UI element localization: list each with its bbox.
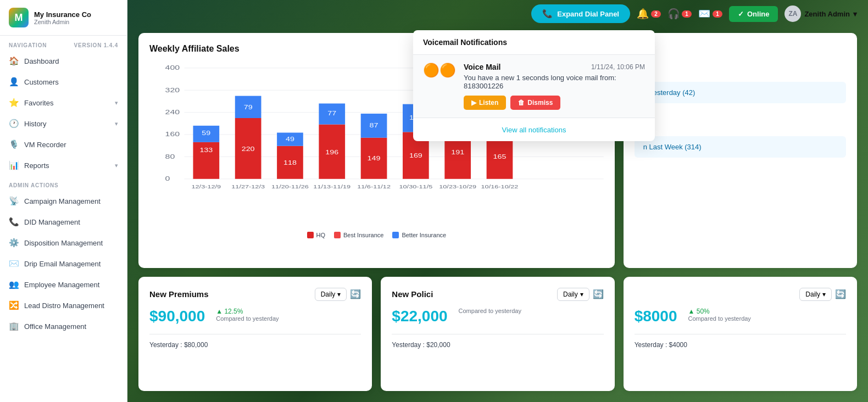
voicemail-button[interactable]: 🎧 1 — [667, 8, 692, 20]
sidebar-item-history[interactable]: 🕐 History ▾ — [0, 113, 127, 134]
notif-timestamp: 1/11/24, 10:06 PM — [591, 63, 645, 71]
policies-value: $22,000 — [392, 308, 447, 325]
sidebar-item-label: Drip Email Management — [24, 260, 118, 268]
main-content: 📞 Expand Dial Panel 🔔 2 🎧 1 ✉️ 1 ✓ Onlin… — [127, 0, 868, 402]
third-metric-card: Daily ▾ 🔄 $8000 ▲ 50% Compared to yester… — [624, 277, 857, 392]
third-yesterday: Yesterday : $4000 — [635, 334, 846, 349]
avatar: ZA — [784, 5, 801, 22]
svg-text:87: 87 — [370, 122, 379, 129]
messages-badge: 1 — [713, 10, 722, 18]
sidebar-item-customers[interactable]: 👤 Customers — [0, 71, 127, 92]
online-status-button[interactable]: ✓ Online — [729, 6, 778, 22]
drip-email-icon: ✉️ — [9, 259, 19, 269]
sidebar-item-employee-management[interactable]: 👥 Employee Management — [0, 274, 127, 295]
sidebar-item-label: Dashboard — [24, 57, 118, 65]
premiums-value: $90,000 — [149, 308, 205, 325]
messages-button[interactable]: ✉️ 1 — [698, 8, 722, 20]
sidebar-item-drip-email-management[interactable]: ✉️ Drip Email Management — [0, 253, 127, 274]
svg-text:133: 133 — [199, 147, 213, 154]
send-icon: ✉️ — [698, 8, 710, 20]
premiums-yesterday: Yesterday : $80,000 — [149, 334, 361, 349]
listen-button[interactable]: ▶ Listen — [464, 96, 506, 110]
sidebar-item-dashboard[interactable]: 🏠 Dashboard — [0, 51, 127, 71]
company-name: My Insurance Co — [34, 10, 91, 19]
sidebar-item-label: Favorites — [24, 99, 109, 107]
third-compare: Compared to yesterday — [688, 315, 751, 322]
sidebar-item-vm-recorder[interactable]: 🎙️ VM Recorder — [0, 134, 127, 155]
new-premiums-header: New Premiums Daily ▾ 🔄 — [149, 288, 361, 301]
third-metric-row: $8000 ▲ 50% Compared to yesterday — [635, 308, 846, 327]
campaign-icon: 📡 — [9, 196, 19, 206]
svg-text:12/3-12/9: 12/3-12/9 — [191, 184, 221, 189]
svg-text:320: 320 — [165, 86, 180, 93]
admin-role: Zenith Admin — [34, 19, 91, 25]
sidebar-item-lead-distro-management[interactable]: 🔀 Lead Distro Management — [0, 295, 127, 316]
svg-text:165: 165 — [493, 154, 507, 160]
svg-text:118: 118 — [283, 160, 297, 166]
voicemail-notification-overlay: Voicemail Notifications 🟠🟠 Voice Mail 1/… — [413, 30, 655, 141]
expand-dial-button[interactable]: 📞 Expand Dial Panel — [531, 4, 630, 23]
notifications-button[interactable]: 🔔 2 — [637, 8, 661, 20]
sidebar-item-reports[interactable]: 📊 Reports ▾ — [0, 155, 127, 176]
best-dot — [334, 232, 341, 238]
premiums-change: ▲ 12.5% — [216, 308, 279, 315]
svg-text:10/23-10/29: 10/23-10/29 — [439, 184, 476, 189]
svg-text:11/20-11/26: 11/20-11/26 — [271, 184, 309, 189]
vm-recorder-icon: 🎙️ — [9, 139, 19, 149]
notification-body: Voice Mail 1/11/24, 10:06 PM You have a … — [464, 63, 645, 110]
sidebar-item-label: Reports — [24, 161, 109, 170]
office-icon: 🏢 — [9, 321, 19, 331]
nav-section-label: NAVIGATION VERSION 1.4.4 — [0, 36, 127, 51]
policies-daily-select[interactable]: Daily ▾ — [557, 288, 589, 301]
chevron-down-icon: ▾ — [115, 162, 118, 169]
did-icon: 📞 — [9, 217, 19, 227]
chart-legend: HQ Best Insurance Better Insurance — [149, 232, 604, 238]
notifications-badge: 2 — [651, 10, 661, 18]
sidebar-item-favorites[interactable]: ⭐ Favorites ▾ — [0, 92, 127, 113]
policies-compare: Compared to yesterday — [459, 308, 521, 314]
logo-text: My Insurance Co Zenith Admin — [34, 10, 91, 25]
svg-text:80: 80 — [165, 153, 175, 160]
trash-icon: 🗑 — [518, 99, 525, 107]
sidebar-item-label: Office Management — [24, 322, 118, 331]
lead-distro-icon: 🔀 — [9, 300, 19, 310]
premiums-refresh-icon[interactable]: 🔄 — [350, 289, 361, 299]
dismiss-button[interactable]: 🗑 Dismiss — [510, 96, 560, 110]
user-menu-button[interactable]: ZA Zenith Admin ▾ — [784, 5, 857, 22]
reports-icon: 📊 — [9, 160, 19, 170]
svg-text:11/13-11/19: 11/13-11/19 — [313, 184, 350, 189]
sidebar-item-campaign-management[interactable]: 📡 Campaign Management — [0, 191, 127, 211]
svg-text:0: 0 — [165, 175, 170, 182]
stats-card: 🔄 n Yesterday (42) n Last Week (314) — [624, 33, 857, 268]
svg-text:11/6-11/12: 11/6-11/12 — [357, 184, 391, 189]
svg-text:10/30-11/5: 10/30-11/5 — [399, 184, 432, 189]
svg-text:49: 49 — [286, 136, 294, 142]
voicemail-notif-icon: 🟠🟠 — [423, 63, 456, 78]
notif-message: You have a new 1 seconds long voice mail… — [464, 74, 645, 90]
third-refresh-icon[interactable]: 🔄 — [835, 289, 846, 299]
third-daily-select[interactable]: Daily ▾ — [799, 288, 832, 301]
view-all-notifications-link[interactable]: View all notifications — [502, 126, 566, 134]
notif-title: Voice Mail — [464, 63, 500, 71]
refresh-icon[interactable]: 🔄 — [635, 44, 846, 54]
premiums-daily-select[interactable]: Daily ▾ — [315, 288, 347, 301]
svg-text:77: 77 — [327, 110, 336, 117]
sidebar: M My Insurance Co Zenith Admin NAVIGATIO… — [0, 0, 127, 402]
history-icon: 🕐 — [9, 119, 19, 129]
svg-text:10/16-10/22: 10/16-10/22 — [481, 184, 519, 189]
svg-text:191: 191 — [451, 149, 464, 156]
logo-icon: M — [9, 8, 29, 27]
check-icon: ✓ — [738, 10, 744, 18]
policies-metric-row: $22,000 Compared to yesterday — [392, 308, 603, 327]
dashboard-icon: 🏠 — [9, 56, 19, 66]
sidebar-item-did-management[interactable]: 📞 DID Management — [0, 211, 127, 232]
sidebar-item-disposition-management[interactable]: ⚙️ Disposition Management — [0, 232, 127, 253]
policies-refresh-icon[interactable]: 🔄 — [593, 289, 604, 299]
svg-text:79: 79 — [244, 104, 253, 111]
svg-text:220: 220 — [242, 146, 255, 153]
sidebar-item-office-management[interactable]: 🏢 Office Management — [0, 316, 127, 337]
sidebar-item-label: VM Recorder — [24, 141, 118, 149]
chevron-down-icon: ▾ — [580, 291, 583, 298]
legend-better-insurance: Better Insurance — [392, 232, 446, 238]
policies-yesterday: Yesterday : $20,000 — [392, 334, 603, 349]
